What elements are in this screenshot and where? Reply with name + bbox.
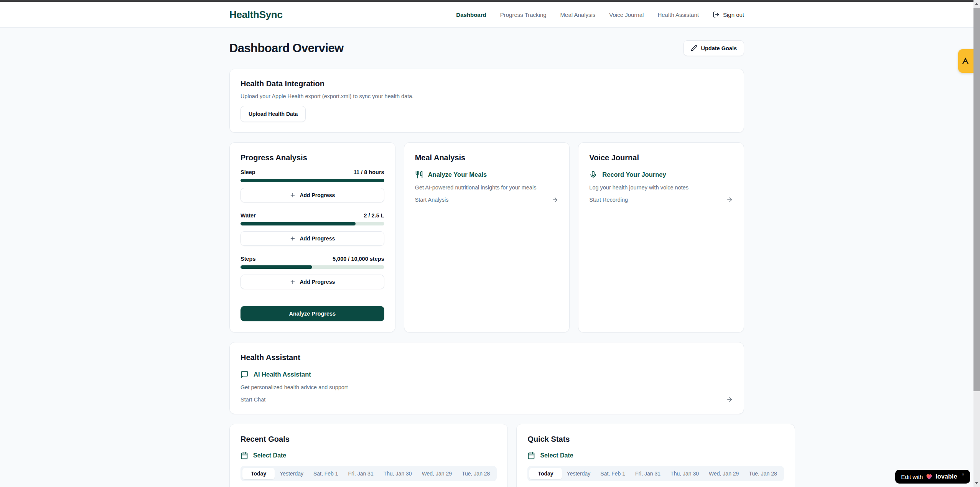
metric-sleep-progressbar bbox=[240, 179, 384, 182]
close-icon[interactable]: × bbox=[962, 472, 964, 477]
quick-stats-select-date[interactable]: Select Date bbox=[527, 452, 784, 459]
metric-water-label: Water bbox=[240, 212, 256, 219]
tab-wed-jan-29[interactable]: Wed, Jan 29 bbox=[704, 468, 744, 479]
tab-sat-feb-1[interactable]: Sat, Feb 1 bbox=[595, 468, 630, 479]
scrollbar-thumb[interactable] bbox=[973, 8, 980, 391]
health-assistant-card: Health Assistant AI Health Assistant Get… bbox=[229, 342, 744, 414]
tab-today[interactable]: Today bbox=[529, 468, 562, 479]
tab-yesterday[interactable]: Yesterday bbox=[275, 468, 308, 479]
vertical-scrollbar[interactable] bbox=[973, 0, 980, 487]
voice-journal-description: Log your health journey with voice notes bbox=[589, 184, 733, 191]
recent-goals-card: Recent Goals Select Date Today Yesterday… bbox=[229, 424, 508, 487]
plus-icon bbox=[290, 279, 296, 285]
calendar-icon bbox=[240, 452, 248, 459]
recent-goals-title: Recent Goals bbox=[240, 435, 497, 444]
lovable-brand-label: lovable bbox=[936, 473, 957, 480]
brand-logo[interactable]: HealthSync bbox=[229, 9, 283, 21]
progress-analysis-card: Progress Analysis Sleep 11 / 8 hours Add… bbox=[229, 142, 395, 332]
update-goals-button[interactable]: Update Goals bbox=[684, 40, 744, 56]
microphone-icon bbox=[589, 171, 597, 179]
tab-fri-jan-31[interactable]: Fri, Jan 31 bbox=[630, 468, 665, 479]
integration-title: Health Data Integration bbox=[240, 79, 733, 88]
calendar-icon bbox=[527, 452, 535, 459]
tab-fri-jan-31[interactable]: Fri, Jan 31 bbox=[343, 468, 379, 479]
ai-health-assistant-link[interactable]: AI Health Assistant bbox=[240, 370, 733, 378]
start-chat-row[interactable]: Start Chat bbox=[240, 396, 733, 403]
plus-icon bbox=[290, 192, 296, 198]
app-header: HealthSync Dashboard Progress Tracking M… bbox=[0, 2, 973, 28]
metric-sleep-label: Sleep bbox=[240, 169, 255, 175]
meal-analysis-card: Meal Analysis Analyze Your Meals Get AI-… bbox=[404, 142, 570, 332]
ai-health-assistant-label: AI Health Assistant bbox=[254, 371, 311, 378]
progress-analysis-title: Progress Analysis bbox=[240, 153, 384, 162]
metric-water: Water 2 / 2.5 L Add Progress bbox=[240, 212, 384, 246]
integration-description: Upload your Apple Health export (export.… bbox=[240, 93, 733, 99]
upload-health-data-button[interactable]: Upload Health Data bbox=[240, 106, 306, 122]
tab-thu-jan-30[interactable]: Thu, Jan 30 bbox=[379, 468, 417, 479]
health-data-integration-card: Health Data Integration Upload your Appl… bbox=[229, 69, 744, 133]
pencil-icon bbox=[691, 45, 697, 51]
lovable-floating-button[interactable] bbox=[958, 49, 973, 73]
add-progress-label: Add Progress bbox=[300, 192, 335, 198]
tab-today[interactable]: Today bbox=[242, 468, 275, 479]
start-recording-label: Start Recording bbox=[589, 197, 628, 203]
start-analysis-label: Start Analysis bbox=[415, 197, 449, 203]
tab-thu-jan-30[interactable]: Thu, Jan 30 bbox=[665, 468, 704, 479]
sign-out-button[interactable]: Sign out bbox=[713, 11, 744, 18]
arrow-right-icon bbox=[552, 196, 558, 203]
browser-edge-strip bbox=[0, 0, 973, 2]
analyze-progress-button[interactable]: Analyze Progress bbox=[240, 306, 384, 321]
quick-stats-card: Quick Stats Select Date Today Yesterday … bbox=[516, 424, 795, 487]
update-goals-label: Update Goals bbox=[701, 45, 737, 51]
metric-sleep-value: 11 / 8 hours bbox=[354, 169, 384, 175]
tab-wed-jan-29[interactable]: Wed, Jan 29 bbox=[417, 468, 457, 479]
sign-out-label: Sign out bbox=[723, 12, 744, 18]
nav-dashboard[interactable]: Dashboard bbox=[456, 12, 486, 18]
start-analysis-row[interactable]: Start Analysis bbox=[415, 196, 559, 203]
tab-tue-jan-28[interactable]: Tue, Jan 28 bbox=[744, 468, 782, 479]
recent-goals-select-date[interactable]: Select Date bbox=[240, 452, 497, 459]
metric-water-progressbar bbox=[240, 222, 384, 225]
meal-analysis-description: Get AI-powered nutritional insights for … bbox=[415, 184, 559, 191]
voice-journal-card: Voice Journal Record Your Journey Log yo… bbox=[578, 142, 744, 332]
record-your-journey-label: Record Your Journey bbox=[602, 171, 666, 178]
arrow-right-icon bbox=[726, 196, 733, 203]
nav-voice-journal[interactable]: Voice Journal bbox=[609, 12, 644, 18]
start-recording-row[interactable]: Start Recording bbox=[589, 196, 733, 203]
voice-journal-title: Voice Journal bbox=[589, 153, 733, 162]
main-content: Dashboard Overview Update Goals Health D… bbox=[229, 28, 744, 487]
nav-progress-tracking[interactable]: Progress Tracking bbox=[500, 12, 547, 18]
add-progress-water-button[interactable]: Add Progress bbox=[240, 231, 384, 246]
analyze-your-meals-label: Analyze Your Meals bbox=[428, 171, 487, 178]
meal-analysis-title: Meal Analysis bbox=[415, 153, 559, 162]
nav-meal-analysis[interactable]: Meal Analysis bbox=[560, 12, 596, 18]
tab-yesterday[interactable]: Yesterday bbox=[562, 468, 596, 479]
metric-steps-value: 5,000 / 10,000 steps bbox=[333, 256, 384, 262]
tab-sat-feb-1[interactable]: Sat, Feb 1 bbox=[308, 468, 343, 479]
edit-with-lovable-badge[interactable]: Edit with lovable × bbox=[895, 470, 970, 484]
utensils-icon bbox=[415, 171, 423, 179]
health-assistant-description: Get personalized health advice and suppo… bbox=[240, 384, 733, 390]
metric-steps-label: Steps bbox=[240, 256, 256, 262]
scroll-up-arrow-icon[interactable] bbox=[975, 3, 978, 5]
metric-steps: Steps 5,000 / 10,000 steps Add Progress bbox=[240, 256, 384, 289]
logout-icon bbox=[713, 11, 720, 18]
tab-tue-jan-28[interactable]: Tue, Jan 28 bbox=[457, 468, 495, 479]
scroll-down-arrow-icon[interactable] bbox=[975, 482, 978, 484]
add-progress-sleep-button[interactable]: Add Progress bbox=[240, 188, 384, 202]
start-chat-label: Start Chat bbox=[240, 397, 265, 403]
record-your-journey-link[interactable]: Record Your Journey bbox=[589, 171, 733, 179]
heart-gradient-icon bbox=[926, 474, 932, 480]
add-progress-steps-button[interactable]: Add Progress bbox=[240, 275, 384, 289]
analyze-your-meals-link[interactable]: Analyze Your Meals bbox=[415, 171, 559, 179]
main-nav: Dashboard Progress Tracking Meal Analysi… bbox=[456, 11, 744, 18]
chat-bubble-icon bbox=[240, 370, 249, 378]
quick-stats-date-tabs: Today Yesterday Sat, Feb 1 Fri, Jan 31 T… bbox=[527, 466, 784, 481]
nav-health-assistant[interactable]: Health Assistant bbox=[657, 12, 699, 18]
recent-goals-date-tabs: Today Yesterday Sat, Feb 1 Fri, Jan 31 T… bbox=[240, 466, 497, 481]
select-date-label: Select Date bbox=[253, 452, 286, 459]
page-title: Dashboard Overview bbox=[229, 41, 344, 55]
select-date-label: Select Date bbox=[540, 452, 573, 459]
metric-water-value: 2 / 2.5 L bbox=[364, 212, 384, 219]
metric-steps-progressbar bbox=[240, 265, 384, 269]
